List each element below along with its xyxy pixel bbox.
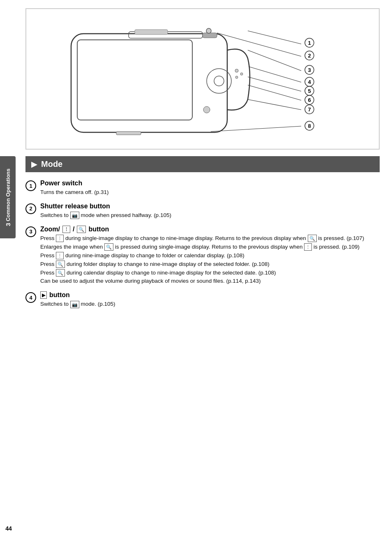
item-content-2: Shutter release button Switches to 📷 mod…	[40, 203, 380, 220]
svg-line-25	[248, 77, 301, 91]
item-title-4: ▶ button	[40, 291, 380, 299]
playback-icon: ▶	[40, 291, 47, 299]
chapter-number: 3	[5, 223, 12, 226]
camera-icon: 📷	[70, 301, 79, 308]
svg-line-31	[248, 99, 301, 110]
item-row: 3 Zoom/⋮/🔍 button Press ⋮ during single-…	[25, 226, 380, 286]
svg-point-11	[203, 106, 210, 113]
item-body-2: Switches to 📷 mode when pressed halfway.…	[40, 211, 380, 220]
grid3-icon: ⋮	[56, 252, 64, 259]
zoom-out-icon: ⋮	[62, 226, 70, 233]
svg-line-34	[211, 126, 301, 132]
items-list: 1 Power switch Turns the camera off. (p.…	[25, 180, 380, 309]
item-row: 1 Power switch Turns the camera off. (p.…	[25, 180, 380, 197]
svg-line-19	[248, 50, 301, 71]
svg-text:1: 1	[308, 40, 311, 46]
playback-mode-icon: ▶	[31, 160, 37, 169]
item-body-1: Turns the camera off. (p.31)	[40, 188, 380, 197]
main-content: 1 2 3 4 5 6 7	[17, 0, 392, 540]
svg-text:6: 6	[308, 97, 311, 103]
search-icon: 🔍	[56, 261, 65, 268]
svg-point-8	[235, 69, 238, 72]
item-row: 2 Shutter release button Switches to 📷 m…	[25, 203, 380, 220]
item-content-1: Power switch Turns the camera off. (p.31…	[40, 180, 380, 197]
svg-text:5: 5	[308, 88, 311, 94]
item-body-3: Press ⋮ during single-image display to c…	[40, 234, 380, 286]
item-content-3: Zoom/⋮/🔍 button Press ⋮ during single-im…	[40, 226, 380, 286]
mag-icon: 🔍	[308, 235, 317, 242]
grid2-icon: ⋮	[304, 243, 312, 251]
camera-svg: 1 2 3 4 5 6 7	[46, 17, 359, 141]
item-row: 4 ▶ button Switches to 📷 mode. (p.105)	[25, 291, 380, 309]
svg-rect-6	[203, 33, 217, 38]
svg-rect-0	[71, 34, 227, 132]
search2-icon: 🔍	[56, 269, 65, 277]
item-number-2: 2	[25, 203, 36, 214]
item-content-4: ▶ button Switches to 📷 mode. (p.105)	[40, 291, 380, 309]
item-title-2: Shutter release button	[40, 203, 380, 210]
svg-point-10	[235, 76, 238, 78]
svg-point-5	[214, 76, 224, 86]
svg-rect-12	[116, 132, 141, 135]
svg-line-16	[217, 33, 301, 56]
section-header: ▶ Mode	[25, 156, 380, 172]
grid-icon: ⋮	[56, 235, 64, 242]
zoom-in-icon: 🔍	[77, 226, 86, 233]
svg-text:4: 4	[308, 79, 311, 85]
svg-text:8: 8	[308, 123, 311, 129]
svg-text:2: 2	[308, 53, 311, 59]
svg-rect-3	[135, 30, 168, 35]
camera-diagram: 1 2 3 4 5 6 7	[25, 8, 380, 150]
item-body-4: Switches to 📷 mode. (p.105)	[40, 300, 380, 309]
svg-line-28	[248, 85, 301, 100]
svg-rect-1	[77, 40, 192, 120]
chapter-tab: 3 Common Operations	[0, 156, 16, 238]
item-number-3: 3	[25, 226, 36, 237]
item-number-1: 1	[25, 180, 36, 191]
svg-line-13	[248, 31, 301, 44]
svg-point-7	[206, 28, 211, 33]
sidebar: 3 Common Operations 44	[0, 0, 17, 540]
svg-line-22	[249, 67, 301, 82]
item-number-4: 4	[25, 292, 36, 303]
svg-text:7: 7	[308, 106, 311, 113]
chapter-label: 3 Common Operations	[5, 168, 12, 226]
page-number: 44	[5, 525, 12, 532]
item-title-3: Zoom/⋮/🔍 button	[40, 226, 380, 233]
camera-mode-icon: 📷	[70, 212, 79, 219]
zoom-icon: 🔍	[104, 243, 113, 251]
svg-point-9	[240, 73, 243, 75]
section-title: Mode	[41, 159, 62, 169]
item-title-1: Power switch	[40, 180, 380, 187]
svg-text:3: 3	[308, 67, 311, 73]
